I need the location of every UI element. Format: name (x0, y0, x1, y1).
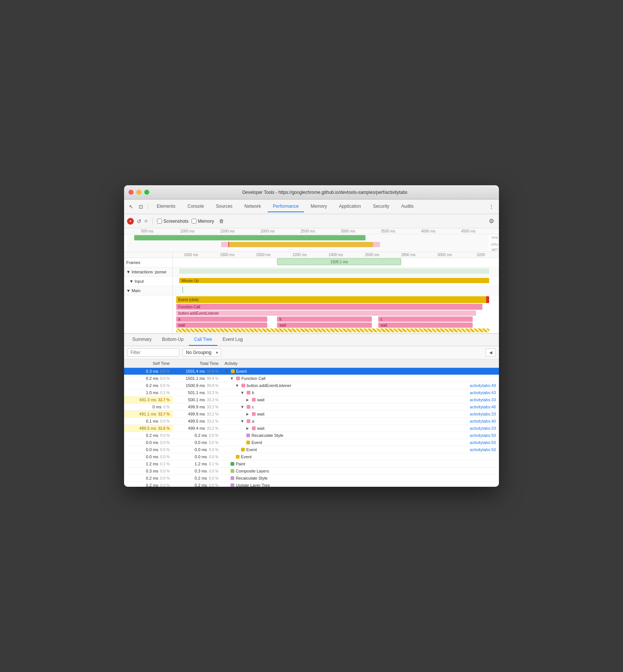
addeventlistener-label: button.addEventListener (178, 311, 219, 315)
collapse-button[interactable]: ◄ (485, 348, 496, 357)
memory-checkbox[interactable] (192, 219, 196, 224)
filter-input[interactable] (127, 348, 180, 357)
clear-button[interactable]: 🗑 (217, 217, 226, 225)
grouping-select[interactable]: No Grouping (183, 348, 221, 357)
table-row[interactable]: 0.3 ms 0.0 % 1501.4 ms 99.9 % ▼ Event (124, 368, 499, 375)
table-row[interactable]: 0.2 ms 0.0 % 0.2 ms 0.0 % Recalculate St… (124, 475, 499, 482)
frame-bar: 1505.1 ms (277, 258, 401, 265)
table-row[interactable]: 0.0 ms 0.0 % 0.0 ms 0.0 % Event activity… (124, 446, 499, 453)
source-link[interactable]: activitytabs:33 (462, 426, 496, 430)
activity-name: wait (257, 426, 265, 430)
main-bars[interactable]: Event (click) Function Call button.addEv… (173, 296, 499, 333)
table-row[interactable]: 491.1 ms 32.7 % 499.9 ms 33.2 % ► wait a… (124, 411, 499, 418)
tab-call-tree[interactable]: Call Tree (189, 334, 217, 346)
activity-name: Event (246, 447, 257, 452)
table-row[interactable]: 0.2 ms 0.0 % 0.2 ms 0.0 % Update Layer T… (124, 482, 499, 487)
tree-expand-icon[interactable]: ▼ (240, 405, 244, 409)
close-button[interactable] (129, 190, 133, 195)
tab-event-log[interactable]: Event Log (217, 334, 248, 346)
table-row[interactable]: 0.2 ms 0.0 % 1501.1 ms 99.9 % ▼ Function… (124, 375, 499, 382)
tab-bottom-up[interactable]: Bottom-Up (157, 334, 189, 346)
table-row[interactable]: 1.0 ms 0.1 % 501.1 ms 33.3 % ▼ b activit… (124, 389, 499, 396)
ruler-2500: 2500 ms (288, 229, 328, 233)
total-time-cell: 0.0 ms 0.0 % (173, 439, 222, 446)
cursor-tool-button[interactable]: ↖ (127, 202, 135, 211)
bottom-tabs: Summary Bottom-Up Call Tree Event Log (124, 334, 499, 346)
tree-expand-icon[interactable]: ▼ (230, 376, 234, 381)
minimize-button[interactable] (136, 190, 141, 195)
grouping-select-wrapper[interactable]: No Grouping ▼ (183, 348, 221, 357)
timeline-detail-ruler: 1600 ms 1800 ms 2000 ms 2200 ms 2400 ms … (124, 252, 499, 258)
table-row[interactable]: 0 ms 0 % 499.9 ms 33.2 % ▼ c activitytab… (124, 404, 499, 411)
source-link[interactable]: activitytabs:46 (462, 405, 496, 409)
table-row[interactable]: 0.3 ms 0.0 % 0.3 ms 0.0 % Composite Laye… (124, 468, 499, 475)
source-link[interactable]: activitytabs:50 (462, 440, 496, 445)
tab-performance[interactable]: Performance (268, 201, 304, 212)
total-time-cell: 1.2 ms 0.1 % (173, 460, 222, 468)
tab-sources[interactable]: Sources (211, 201, 238, 212)
source-link[interactable]: activitytabs:40 (462, 419, 496, 423)
source-link[interactable]: activitytabs:33 (462, 398, 496, 402)
tree-expand-icon[interactable]: ► (246, 412, 250, 416)
tab-console[interactable]: Console (182, 201, 209, 212)
table-row[interactable]: 491.3 ms 32.7 % 500.1 ms 33.3 % ► wait a… (124, 396, 499, 404)
activity-cell: ▼ Event (222, 368, 499, 375)
tree-expand-icon[interactable]: ▼ (240, 390, 244, 395)
frames-bars[interactable]: 1505.1 ms (173, 258, 499, 267)
tab-application[interactable]: Application (334, 201, 366, 212)
tab-memory[interactable]: Memory (306, 201, 332, 212)
source-link[interactable]: activitytabs:43 (462, 390, 496, 395)
activity-color-dot (247, 419, 250, 423)
activity-cell: ▼ Function Call (222, 375, 499, 382)
tab-audits[interactable]: Audits (396, 201, 419, 212)
timeline-container: 500 ms 1000 ms 1500 ms 2000 ms 2500 ms 3… (124, 228, 499, 252)
table-row[interactable]: 0.0 ms 0.0 % 0.0 ms 0.0 % Event activity… (124, 439, 499, 446)
tree-expand-icon[interactable]: ▼ (240, 419, 244, 423)
tab-network[interactable]: Network (239, 201, 266, 212)
tree-expand-icon[interactable]: ▼ (235, 383, 239, 388)
table-row[interactable]: 0.2 ms 0.0 % 0.2 ms 0.0 % Recalculate St… (124, 432, 499, 439)
table-row[interactable]: 0.0 ms 0.0 % 0.0 ms 0.0 % Event (124, 453, 499, 460)
stop-button[interactable]: ⊘ (144, 219, 148, 224)
activity-name: Event (252, 440, 262, 445)
total-time-cell: 0.3 ms 0.0 % (173, 468, 222, 475)
traffic-lights (129, 190, 149, 195)
interactions-bars[interactable] (173, 267, 499, 276)
settings-button[interactable]: ⚙ (487, 216, 496, 226)
source-link[interactable]: activitytabs:49 (462, 383, 496, 388)
activity-cell: Update Layer Tree (222, 482, 499, 487)
total-time-cell: 0.2 ms 0.0 % (173, 432, 222, 439)
activity-cell: ► wait activitytabs:33 (222, 411, 499, 418)
source-link[interactable]: activitytabs:50 (462, 433, 496, 438)
table-row[interactable]: 489.5 ms 32.6 % 499.4 ms 33.2 % ► wait a… (124, 425, 499, 432)
memory-checkbox-label[interactable]: Memory (192, 219, 214, 224)
cpu-row: CPU (124, 241, 499, 248)
tab-summary[interactable]: Summary (127, 334, 157, 346)
data-table-container[interactable]: Self Time Total Time Activity 0.3 ms 0.0… (124, 359, 499, 487)
overview-ruler: 500 ms 1000 ms 1500 ms 2000 ms 2500 ms 3… (124, 228, 499, 234)
screenshots-checkbox[interactable] (157, 219, 162, 224)
screenshots-checkbox-label[interactable]: Screenshots (157, 219, 189, 224)
activity-cell: ▼ a activitytabs:40 (222, 418, 499, 425)
wait-a-bar: wait (176, 322, 268, 328)
record-button[interactable]: ● (127, 218, 134, 225)
tree-expand-icon[interactable]: ▼ (225, 369, 229, 374)
tab-security[interactable]: Security (368, 201, 394, 212)
maximize-button[interactable] (144, 190, 149, 195)
source-link[interactable]: activitytabs:50 (462, 447, 496, 452)
tree-expand-icon[interactable]: ► (246, 426, 250, 430)
source-link[interactable]: activitytabs:33 (462, 412, 496, 416)
net-chart (127, 248, 488, 251)
input-bars[interactable]: Mouse Up (173, 277, 499, 286)
more-tools-button[interactable]: ⋮ (487, 202, 496, 211)
activity-name: Composite Layers (236, 469, 269, 473)
tab-elements[interactable]: Elements (151, 201, 181, 212)
panel-toggle-button[interactable]: ⊡ (137, 202, 145, 211)
reload-button[interactable]: ↺ (137, 218, 141, 224)
table-row[interactable]: 0.2 ms 0.0 % 1500.9 ms 99.8 % ▼ button.a… (124, 382, 499, 389)
call-tree-table: Self Time Total Time Activity 0.3 ms 0.0… (124, 359, 499, 487)
table-row[interactable]: 1.2 ms 0.1 % 1.2 ms 0.1 % Paint (124, 460, 499, 468)
tree-expand-icon[interactable]: ► (246, 398, 250, 402)
table-row[interactable]: 0.1 ms 0.0 % 499.5 ms 33.2 % ▼ a activit… (124, 418, 499, 425)
main-bars-area: Event (click) Function Call button.addEv… (124, 296, 499, 333)
